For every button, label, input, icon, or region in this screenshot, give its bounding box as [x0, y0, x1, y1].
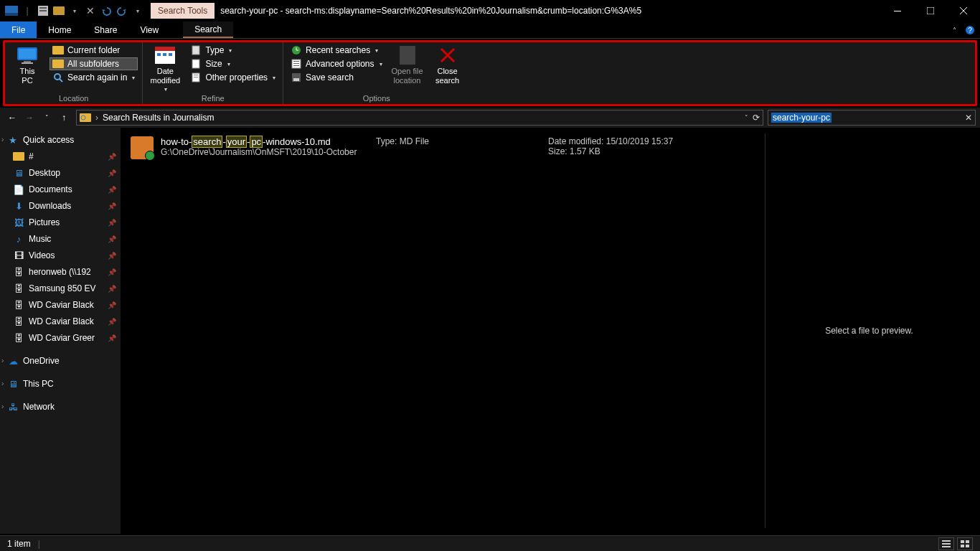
sidebar-item-videos[interactable]: 🎞Videos📌	[1, 248, 119, 263]
close-search-button[interactable]: Close search	[430, 44, 466, 93]
clear-search-icon[interactable]: ✕	[965, 113, 972, 123]
sidebar-this-pc[interactable]: 🖥This PC	[1, 376, 119, 392]
details-view-button[interactable]	[938, 537, 954, 550]
svg-rect-41	[942, 546, 951, 547]
chevron-down-icon: ▾	[164, 86, 167, 93]
qat-customize-icon[interactable]: ▾	[131, 4, 145, 18]
svg-rect-43	[966, 540, 969, 543]
large-icons-view-button[interactable]	[957, 537, 973, 550]
delete-icon[interactable]: ✕	[83, 4, 98, 18]
sidebar-item-hash[interactable]: #📌	[1, 149, 119, 164]
pin-icon: 📌	[108, 153, 116, 161]
sidebar-item-music[interactable]: ♪Music📌	[1, 231, 119, 247]
new-folder-icon[interactable]	[52, 4, 66, 18]
date-modified-button[interactable]: Date modified▾	[147, 44, 183, 93]
svg-rect-4	[39, 10, 47, 11]
minimize-ribbon-icon[interactable]: ˄	[947, 23, 961, 37]
minimize-button[interactable]	[881, 0, 914, 22]
address-dropdown-icon[interactable]: ˅	[745, 114, 748, 121]
tab-home[interactable]: Home	[37, 22, 83, 38]
svg-text:?: ?	[968, 27, 972, 34]
folder-icon	[13, 151, 24, 162]
svg-rect-18	[155, 47, 175, 51]
folder-icon	[52, 44, 64, 56]
close-window-button[interactable]	[947, 0, 980, 22]
maximize-button[interactable]	[914, 0, 947, 22]
undo-icon[interactable]	[99, 4, 113, 18]
pin-icon: 📌	[108, 186, 116, 194]
sidebar-item-wd3[interactable]: 🗄WD Caviar Greer📌	[1, 330, 119, 346]
documents-icon: 📄	[13, 184, 24, 195]
recent-searches-button[interactable]: Recent searches▾	[288, 44, 385, 57]
svg-rect-1	[5, 13, 18, 16]
sidebar-item-desktop[interactable]: 🖥Desktop📌	[1, 165, 119, 181]
type-button[interactable]: Type▾	[187, 44, 278, 57]
svg-rect-34	[293, 78, 299, 81]
navigation-pane: ★Quick access #📌 🖥Desktop📌 📄Documents📌 ⬇…	[0, 128, 121, 534]
pin-icon: 📌	[108, 235, 116, 243]
sidebar-item-downloads[interactable]: ⬇Downloads📌	[1, 198, 119, 214]
sidebar-item-wd1[interactable]: 🗄WD Caviar Black📌	[1, 297, 119, 313]
qat-separator: |	[20, 4, 34, 18]
pin-icon: 📌	[108, 252, 116, 260]
up-button[interactable]: ↑	[56, 110, 72, 126]
file-type-icon	[190, 44, 202, 56]
back-button[interactable]: ←	[4, 110, 20, 126]
properties-icon[interactable]	[36, 4, 50, 18]
size-button[interactable]: Size▾	[187, 57, 278, 70]
svg-rect-20	[157, 53, 161, 56]
result-meta: Date modified: 15/10/2019 15:37 Size: 1.…	[548, 136, 692, 156]
other-properties-button[interactable]: Other properties▾	[187, 71, 278, 84]
tab-search[interactable]: Search	[183, 22, 233, 38]
tab-view[interactable]: View	[128, 22, 170, 38]
group-label-refine: Refine	[147, 93, 278, 104]
open-file-location-button[interactable]: Open file location	[390, 44, 425, 93]
svg-point-16	[55, 74, 60, 80]
sidebar-item-wd2[interactable]: 🗄WD Caviar Black📌	[1, 314, 119, 329]
sidebar-item-heronweb[interactable]: 🗄heronweb (\\192📌	[1, 264, 119, 280]
tab-file[interactable]: File	[0, 22, 37, 38]
star-icon: ★	[7, 134, 19, 146]
save-search-button[interactable]: Save search	[288, 71, 385, 84]
forward-button[interactable]: →	[22, 110, 37, 126]
qat-dropdown-icon[interactable]: ▾	[67, 4, 82, 18]
current-folder-button[interactable]: Current folder	[50, 44, 138, 57]
save-icon	[291, 72, 302, 83]
properties-icon	[190, 72, 202, 83]
result-title: how-to-search-your-pc-windows-10.md	[161, 136, 369, 147]
recent-locations-button[interactable]: ˅	[39, 110, 55, 126]
svg-rect-22	[169, 53, 172, 56]
search-input[interactable]: search-your-pc ✕	[768, 110, 976, 126]
breadcrumb[interactable]: Search Results in Journalism	[103, 113, 214, 123]
tab-share[interactable]: Share	[83, 22, 128, 38]
address-bar[interactable]: › Search Results in Journalism ˅ ⟳	[76, 110, 763, 126]
svg-rect-24	[192, 60, 199, 68]
search-result-row[interactable]: how-to-search-your-pc-windows-10.md G:\O…	[128, 133, 765, 162]
calendar-icon	[154, 45, 176, 65]
svg-rect-44	[961, 545, 964, 547]
all-subfolders-button[interactable]: All subfolders	[50, 57, 138, 70]
sidebar-quick-access[interactable]: ★Quick access	[1, 132, 119, 148]
sidebar-item-pictures[interactable]: 🖼Pictures📌	[1, 215, 119, 230]
svg-rect-40	[942, 543, 951, 545]
sidebar-item-samsung[interactable]: 🗄Samsung 850 EV📌	[1, 281, 119, 296]
drive-icon: 🗄	[13, 283, 24, 294]
this-pc-button[interactable]: This PC	[9, 44, 45, 93]
cloud-icon: ☁	[7, 355, 19, 367]
sidebar-network[interactable]: 🖧Network	[1, 399, 119, 415]
monitor-icon	[16, 45, 39, 65]
explorer-icon	[4, 4, 19, 18]
search-again-in-button[interactable]: Search again in▾	[50, 71, 138, 84]
help-icon[interactable]: ?	[963, 23, 977, 37]
svg-rect-21	[163, 53, 166, 56]
advanced-options-button[interactable]: Advanced options▾	[288, 57, 385, 70]
svg-rect-3	[39, 7, 47, 9]
result-path: G:\OneDrive\Journalism\OnMSFT\2019\10-Oc…	[161, 147, 369, 157]
sidebar-onedrive[interactable]: ☁OneDrive	[1, 353, 119, 369]
drive-icon: 🗄	[13, 316, 24, 327]
sidebar-item-documents[interactable]: 📄Documents📌	[1, 182, 119, 197]
result-type: Type: MD File	[376, 136, 541, 146]
redo-icon[interactable]	[115, 4, 129, 18]
downloads-icon: ⬇	[13, 200, 24, 212]
refresh-icon[interactable]: ⟳	[753, 113, 760, 123]
